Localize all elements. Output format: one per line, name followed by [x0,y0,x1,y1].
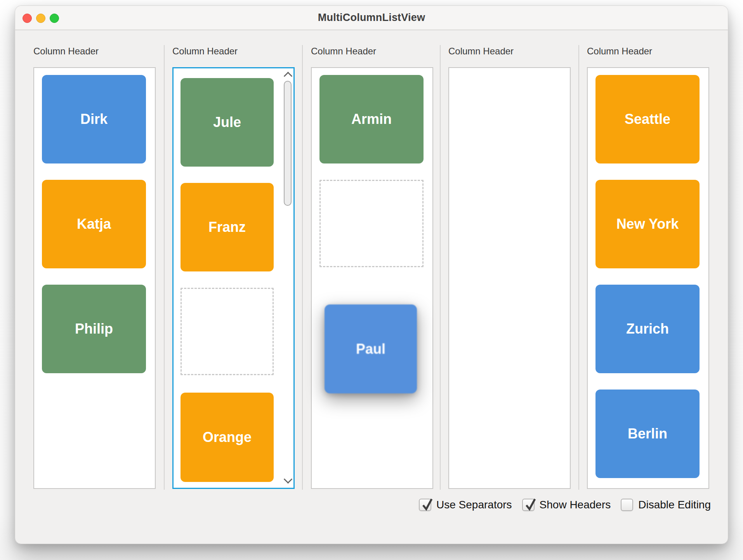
disable-editing-checkbox-group[interactable]: Disable Editing [621,499,711,511]
check-icon [420,496,434,512]
list-column-4[interactable] [448,67,571,489]
checkbox-checked[interactable] [419,499,431,511]
window-title: MultiColumnListView [318,12,425,24]
checkbox-label: Disable Editing [638,499,711,511]
list-item[interactable]: Armin [319,75,424,163]
column-separator [164,45,165,490]
column-header-2: Column Header [172,45,238,57]
column-separator [302,45,303,490]
list-column-3[interactable]: Armin Paul [311,67,433,489]
zoom-button[interactable] [50,14,59,23]
app-window: MultiColumnListView Column Header Column… [15,5,728,544]
checkbox-label: Show Headers [540,499,611,511]
column-header-3: Column Header [311,45,376,57]
list-item[interactable]: Seattle [595,75,700,163]
dragged-list-item[interactable]: Paul [325,304,417,393]
column-separator [578,45,579,490]
minimize-button[interactable] [36,14,45,23]
chevron-down-icon[interactable] [284,475,293,484]
column-header-1: Column Header [33,45,99,57]
checkbox-label: Use Separators [436,499,512,511]
list-column-5[interactable]: Seattle New York Zurich Berlin [587,67,709,489]
close-button[interactable] [23,14,32,23]
drop-placeholder [319,180,424,267]
list-item[interactable]: Dirk [42,75,146,163]
list-item[interactable]: Katja [42,180,146,268]
checkbox-checked[interactable] [522,499,535,511]
chevron-up-icon[interactable] [284,72,293,81]
list-column-2[interactable]: Jule Franz Orange [172,67,295,489]
list-item[interactable]: Jule [181,78,274,167]
list-item[interactable]: Berlin [595,390,700,478]
list-item[interactable]: Orange [181,393,274,482]
options-bar: Use Separators Show Headers Disable Edit… [419,496,711,513]
scrollbar-thumb[interactable] [284,81,292,206]
use-separators-checkbox-group[interactable]: Use Separators [419,499,512,511]
check-icon [523,496,537,512]
checkbox-unchecked[interactable] [621,499,633,511]
list-item[interactable]: New York [595,180,700,268]
list-item[interactable]: Philip [42,285,146,373]
titlebar: MultiColumnListView [15,6,728,30]
show-headers-checkbox-group[interactable]: Show Headers [522,499,611,511]
list-column-1[interactable]: Dirk Katja Philip [33,67,156,489]
column-header-4: Column Header [448,45,514,57]
column-header-5: Column Header [587,45,652,57]
vertical-scrollbar[interactable] [283,68,293,488]
drop-placeholder [181,288,274,375]
column-separator [440,45,441,490]
list-item[interactable]: Zurich [595,285,700,373]
list-item[interactable]: Franz [181,183,274,271]
